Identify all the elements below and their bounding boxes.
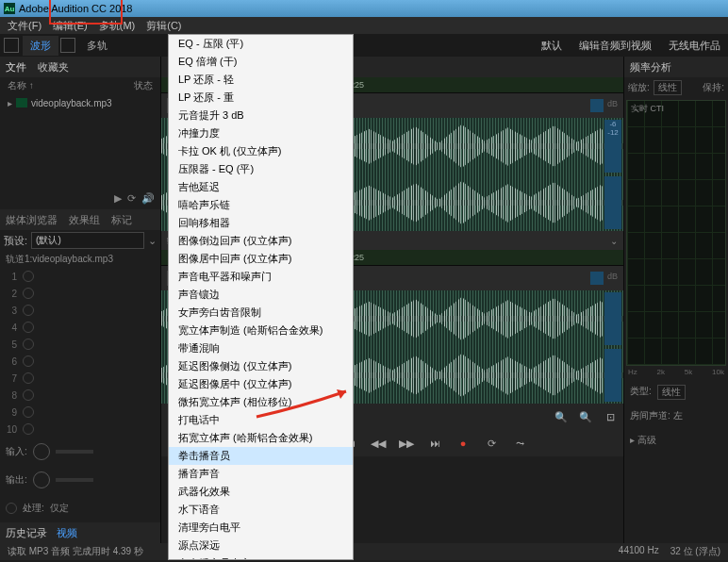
dropdown-item[interactable]: 延迟图像侧边 (仅立体声) [169,357,353,375]
fx-slot[interactable]: 7 [4,370,157,387]
fx-slot[interactable]: 8 [4,387,157,404]
preset-dropdown[interactable]: (默认) [31,232,144,249]
play-icon[interactable]: ▶ [114,192,122,205]
workspace-edit-audio[interactable]: 编辑音频到视频 [579,39,652,53]
power-icon[interactable] [23,288,34,299]
expand-icon[interactable]: ▸ [8,98,12,108]
skip-icon[interactable]: ⤳ [512,436,527,451]
fx-slot[interactable]: 6 [4,353,157,370]
zoom-in-icon[interactable]: 🔍 [554,409,569,424]
loop-icon[interactable]: ⟳ [127,192,136,205]
menu-edit[interactable]: 编辑(E) [53,19,88,33]
waveform-icon[interactable] [4,38,19,53]
dropdown-item[interactable]: 声音镶边 [169,286,353,304]
dropdown-item[interactable]: 微拓宽立体声 (相位移位) [169,393,353,411]
dropdown-item[interactable]: 压限器 - EQ (平) [169,160,353,178]
dropdown-item[interactable]: 女声旁白齿音限制 [169,304,353,322]
dropdown-item[interactable]: LP 还原 - 轻 [169,71,353,89]
fx-slot[interactable]: 9 [4,404,157,421]
type-dropdown[interactable]: 线性 [657,385,686,400]
tab-favorites[interactable]: 收藏夹 [38,60,69,74]
skip-fwd-icon[interactable]: ⏭ [427,436,442,451]
zoom-fit-icon[interactable]: ⊡ [603,409,618,424]
power-icon[interactable] [23,372,34,384]
fx-slot[interactable]: 10 [4,421,157,438]
tab-waveform[interactable]: 波形 [23,36,58,56]
dropdown-item[interactable]: 拳击播音员 [169,447,353,465]
menu-file[interactable]: 文件(F) [8,19,41,33]
chevron-down-icon[interactable]: ⌄ [610,236,618,246]
multitrack-icon[interactable] [60,38,75,53]
menu-multitrack[interactable]: 多轨(M) [99,19,136,33]
tab-fx-rack[interactable]: 效果组 [63,213,106,227]
dropdown-item[interactable]: LP 还原 - 重 [169,89,353,107]
power-icon[interactable] [23,322,34,333]
power-icon[interactable] [23,355,34,367]
meter-icon[interactable] [590,272,604,285]
dropdown-item[interactable]: 声音电平器和噪声门 [169,268,353,286]
menu-clip[interactable]: 剪辑(C) [146,19,181,33]
fx-slot[interactable]: 5 [4,336,157,353]
dropdown-item[interactable]: 卡拉 OK 机 (仅立体声) [169,142,353,160]
meter-icon[interactable] [590,99,604,112]
menubar: 文件(F) 编辑(E) 多轨(M) 剪辑(C) [0,17,728,34]
power-icon[interactable] [23,271,34,282]
dropdown-item[interactable]: 图像居中回声 (仅立体声) [169,250,353,268]
input-knob[interactable] [33,443,50,460]
power-icon[interactable] [23,423,34,435]
dropdown-item[interactable]: 延迟图像居中 (仅立体声) [169,375,353,393]
chevron-down-icon[interactable]: ⌄ [148,235,157,247]
workspace-radio[interactable]: 无线电作品 [669,39,720,53]
dropdown-item[interactable]: EQ 倍增 (干) [169,53,353,71]
dropdown-item[interactable]: 吉他延迟 [169,178,353,196]
col-status[interactable]: 状态 [134,79,153,92]
dropdown-item[interactable]: 拓宽立体声 (哈斯铝合金效果) [169,429,353,447]
fx-slot[interactable]: 3 [4,302,157,319]
dropdown-item[interactable]: 武器化效果 [169,483,353,501]
workspace-default[interactable]: 默认 [541,39,562,53]
dropdown-item[interactable]: 清理旁白电平 [169,519,353,537]
dropdown-item[interactable]: 水下语音 [169,501,353,519]
dropdown-item[interactable]: 嘻哈声乐链 [169,196,353,214]
dropdown-item[interactable]: 电台播音员声音 [169,554,353,560]
dropdown-item[interactable]: EQ - 压限 (平) [169,35,353,53]
forward-icon[interactable]: ▶▶ [399,436,414,451]
fx-slot[interactable]: 4 [4,319,157,336]
tab-multitrack[interactable]: 多轨 [79,36,115,56]
loop-icon[interactable]: ⟳ [484,436,499,451]
rewind-icon[interactable]: ◀◀ [371,436,386,451]
tab-media-browser[interactable]: 媒体浏览器 [0,213,63,227]
zoom-out-icon[interactable]: 🔍 [578,409,593,424]
file-row[interactable]: ▸ videoplayback.mp3 [0,94,160,111]
power-icon[interactable] [23,406,34,418]
input-slider[interactable] [56,450,93,454]
output-knob[interactable] [33,471,50,488]
dropdown-item[interactable]: 播音声音 [169,465,353,483]
col-name[interactable]: 名称 ↑ [8,79,34,92]
dropdown-item[interactable]: 图像倒边回声 (仅立体声) [169,232,353,250]
dropdown-item[interactable]: 回响移相器 [169,214,353,232]
dropdown-item[interactable]: 冲撞力度 [169,124,353,142]
output-slider[interactable] [56,478,93,482]
tab-files[interactable]: 文件 [6,60,26,74]
power-icon[interactable] [23,305,34,316]
tab-video[interactable]: 视频 [57,526,77,540]
dropdown-item[interactable]: 打电话中 [169,411,353,429]
power-icon[interactable] [23,339,34,350]
dropdown-item[interactable]: 带通混响 [169,339,353,357]
dropdown-item[interactable]: 宽立体声制造 (哈斯铝合金效果) [169,322,353,339]
fx-slot[interactable]: 2 [4,285,157,302]
record-icon[interactable]: ● [455,436,471,451]
tab-history[interactable]: 历史记录 [6,526,47,540]
volume-icon[interactable]: 🔊 [141,192,155,205]
scale-dropdown[interactable]: 线性 [654,80,682,95]
dropdown-item[interactable]: 源点深远 [169,537,353,554]
dropdown-item[interactable]: 元音提升 3 dB [169,107,353,124]
preset-dropdown-menu[interactable]: EQ - 压限 (平)EQ 倍增 (干)LP 还原 - 轻LP 还原 - 重元音… [168,34,354,560]
fx-slot[interactable]: 1 [4,268,157,285]
power-icon[interactable] [6,503,17,514]
tab-markers[interactable]: 标记 [106,213,138,227]
advanced-toggle[interactable]: ▸ 高级 [630,434,656,451]
spectrum-display[interactable]: 实时 CTI [626,100,726,366]
power-icon[interactable] [23,389,34,401]
